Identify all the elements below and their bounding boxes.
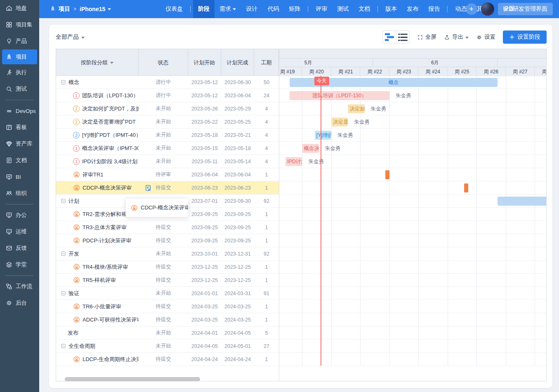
week-label: 周 #22 [360, 67, 389, 76]
sidebar-item-infinity[interactable]: ∞DevOps [0, 103, 39, 119]
collapse-icon[interactable] [61, 251, 66, 256]
task-row[interactable]: TR6-小批量评审待提交2024-03-252024-03-251 [56, 300, 546, 313]
sidebar-item-doc[interactable]: 文档 [0, 152, 39, 169]
sidebar-item-workflow[interactable]: 工作流 [0, 278, 39, 295]
gantt-view-button[interactable] [383, 31, 396, 43]
nav-divider [308, 6, 308, 12]
stamp-icon [131, 204, 138, 211]
nav-tab-版本[interactable]: 版本 [380, 0, 402, 18]
collapse-icon[interactable] [61, 80, 66, 85]
breadcrumb[interactable]: 项目 > iPhone15 [50, 5, 111, 13]
nav-tab-发布[interactable]: 发布 [402, 0, 423, 18]
svg-text:OPS: OPS [7, 230, 11, 232]
settings-button[interactable]: 设置 [476, 33, 495, 41]
workspace-button[interactable]: IPD研发管理界面 [498, 3, 553, 15]
group-by-dropdown[interactable]: 按阶段分组 [56, 49, 139, 76]
collapse-icon[interactable] [61, 291, 66, 296]
sidebar-item-layers[interactable]: 学堂 [0, 256, 39, 273]
nav-tab-代码[interactable]: 代码 [262, 0, 284, 18]
horizontal-scrollbar[interactable] [65, 377, 200, 381]
start-cell: 2023-05-22 [188, 115, 221, 128]
task-row[interactable]: TR3-总体方案评审待提交2023-09-252023-09-251 [56, 221, 546, 234]
column-header-end: 计划完成 [221, 49, 254, 76]
ops-icon: OPS [5, 228, 13, 235]
sidebar-item-label: 项目 [16, 53, 27, 61]
nav-tab-设计[interactable]: 设计 [241, 0, 262, 18]
panel-divider[interactable] [279, 49, 279, 381]
start-cell: 2023-09-25 [188, 234, 221, 247]
sidebar-item-rocket[interactable]: 项目 [2, 49, 37, 64]
sidebar-item-kanban[interactable]: 看板 [0, 119, 39, 136]
add-button[interactable]: + [466, 3, 477, 15]
task-row[interactable]: CDCP-概念决策评审待提交2023-06-232023-06-231 [56, 181, 546, 195]
duration-cell: 1 [254, 168, 279, 181]
start-cell: 2023-05-15 [188, 142, 221, 155]
sidebar-item-home[interactable]: 地盘 [0, 0, 39, 16]
nav-tab-阶段[interactable]: 阶段 [193, 0, 215, 18]
duration-cell: 92 [254, 247, 279, 260]
nav-divider [447, 6, 448, 12]
task-row[interactable]: 1概念决策评审（IPMT-30未开始2023-05-152023-05-184 [56, 142, 546, 155]
column-header-start: 计划开始 [188, 49, 221, 76]
nav-tab-测试[interactable]: 测试 [332, 0, 354, 18]
sidebar-item-bi[interactable]: BI [0, 169, 39, 185]
sidebar-item-gear[interactable]: 后台 [0, 295, 39, 311]
task-row[interactable]: 1IPD计划阶段 3,4级计划未开始2023-05-112023-05-144 [56, 155, 546, 168]
start-cell: 2023-07-01 [188, 195, 221, 207]
task-row[interactable]: LDCP-生命周期终止决策待提交2024-04-242024-04-241 [56, 353, 546, 366]
product-filter-dropdown[interactable]: 全部产品 [56, 33, 85, 41]
nav-tab-文档[interactable]: 文档 [354, 0, 375, 18]
nav-tab-需求[interactable]: 需求 [215, 0, 241, 18]
nav-tab-评审[interactable]: 评审 [311, 0, 332, 18]
task-row[interactable]: 2决定是否需要增扩PDT未开始2023-05-222023-05-254 [56, 115, 546, 129]
collapse-icon[interactable] [61, 343, 66, 349]
sidebar-item-oa[interactable]: OA办公 [0, 207, 39, 223]
bi-icon [5, 173, 13, 181]
collapse-icon[interactable] [61, 198, 66, 204]
phase-row[interactable]: 概念进行中2023-05-122023-06-3050 [56, 76, 546, 89]
task-row[interactable]: TR4-模块/系统评审待提交2023-12-252023-12-251 [56, 261, 546, 274]
nav-tab-仪表盘[interactable]: 仪表盘 [160, 0, 188, 18]
nav-tab-报告[interactable]: 报告 [423, 0, 445, 18]
nav-tab-矩阵[interactable]: 矩阵 [284, 0, 305, 18]
task-name-cell: LDCP-生命周期终止决策 [56, 353, 139, 366]
task-name-label: CDCP-概念决策评审 [83, 184, 132, 192]
task-row[interactable]: PDCP-计划决策评审待提交2023-09-252023-09-251 [56, 234, 546, 247]
task-row[interactable]: 3[Y]增扩PDT（IPMT-40）未开始2023-05-182023-05-2… [56, 129, 546, 142]
task-row[interactable]: 1团队培训（LPDT-130）进行中2023-05-122023-06-0424 [56, 89, 546, 102]
task-name-cell: TR6-小批量评审 [56, 300, 139, 313]
sidebar-item-run[interactable]: 执行 [0, 64, 39, 81]
export-button[interactable]: 导出 [444, 33, 469, 41]
task-row[interactable]: 发布未开始2024-04-012024-04-055 [56, 326, 546, 340]
sidebar-item-label: 运维 [16, 228, 27, 235]
phase-row[interactable]: 验证未开始2024-01-012024-03-3191 [56, 287, 546, 300]
plus-icon [509, 34, 515, 40]
status-cell: 未开始 [139, 326, 188, 339]
sidebar-item-apps[interactable]: 项目集 [0, 16, 39, 33]
task-row[interactable]: 评审TR1待评审2023-06-042023-06-041 [56, 168, 546, 181]
fullscreen-button[interactable]: 全屏 [417, 33, 436, 41]
ipd-project-page: 地盘项目集产品项目执行测试∞DevOps看板资产库文档BI组织OA办公OPS运维… [0, 0, 559, 392]
task-row[interactable]: TR5-样机评审待提交2023-12-252023-12-251 [56, 274, 546, 287]
status-cell: 未开始 [139, 340, 188, 352]
week-label: 周 #26 [476, 67, 505, 76]
sidebar-item-ops[interactable]: OPS运维 [0, 223, 39, 240]
sidebar-item-mail[interactable]: 反馈 [0, 240, 39, 256]
task-row[interactable]: 2决定如何扩充PDT，及扩未开始2023-05-262023-05-294 [56, 102, 546, 115]
task-row[interactable]: ADCP-可获得性决策评审待提交2024-03-252024-03-251 [56, 313, 546, 326]
phase-row[interactable]: 全生命周期未开始2024-04-052024-05-0127 [56, 340, 546, 353]
list-view-button[interactable] [396, 31, 409, 43]
breadcrumb-project[interactable]: iPhone15 [80, 6, 105, 12]
sidebar-item-org[interactable]: 组织 [0, 185, 39, 202]
sidebar-item-bulb[interactable]: 产品 [0, 33, 39, 49]
avatar[interactable] [481, 2, 494, 16]
status-cell: 待提交 [139, 261, 188, 273]
sidebar-item-gem[interactable]: 资产库 [0, 136, 39, 152]
status-cell: 进行中 [139, 89, 188, 102]
export-label: 导出 [452, 33, 463, 41]
end-cell: 2023-12-31 [221, 247, 254, 260]
phase-row[interactable]: 开发未开始2023-10-012023-12-3192 [56, 247, 546, 261]
set-phase-button[interactable]: 设置阶段 [503, 31, 547, 44]
duration-cell: 4 [254, 129, 279, 141]
sidebar-item-magnifier[interactable]: 测试 [0, 81, 39, 97]
